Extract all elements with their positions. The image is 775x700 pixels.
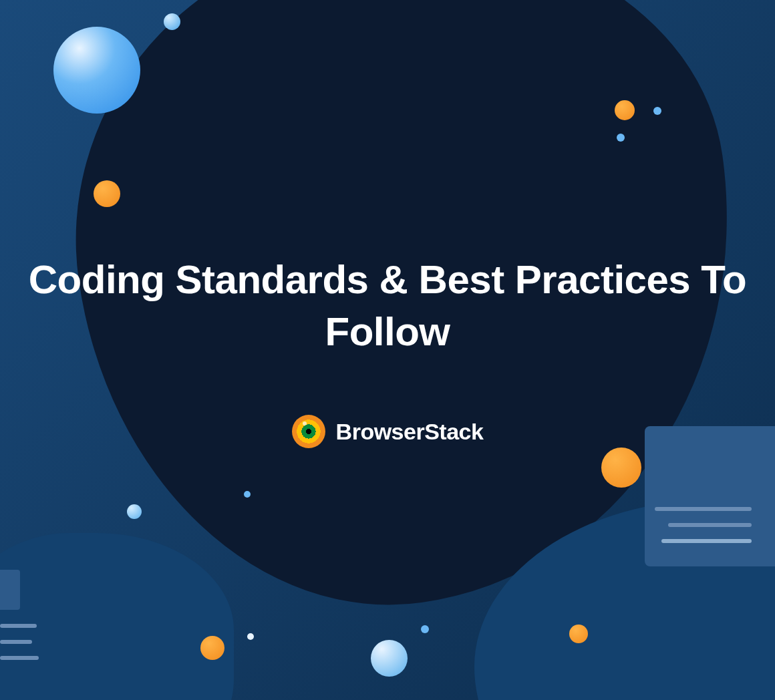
decorative-rect — [0, 570, 20, 610]
brand-lockup: BrowserStack — [292, 415, 484, 448]
hero-content: Coding Standards & Best Practices To Fol… — [0, 254, 775, 451]
decorative-circle — [615, 100, 635, 120]
decorative-circle — [200, 636, 224, 660]
decorative-circle — [421, 625, 429, 633]
page-title: Coding Standards & Best Practices To Fol… — [0, 254, 775, 358]
decorative-circle — [601, 448, 641, 488]
brand-name: BrowserStack — [336, 419, 484, 445]
decorative-circle — [617, 134, 625, 142]
decorative-circle — [244, 491, 251, 498]
decorative-circle — [164, 13, 180, 30]
decorative-circle — [569, 625, 588, 643]
decorative-circle — [247, 633, 254, 640]
decorative-blob — [0, 533, 234, 700]
browserstack-logo-icon — [292, 415, 325, 448]
decorative-circle — [371, 640, 408, 677]
decorative-lines — [0, 624, 39, 660]
decorative-circle — [653, 107, 661, 115]
decorative-lines — [655, 507, 752, 543]
decorative-circle — [127, 504, 142, 519]
decorative-circle — [53, 27, 140, 114]
decorative-circle — [94, 180, 120, 207]
